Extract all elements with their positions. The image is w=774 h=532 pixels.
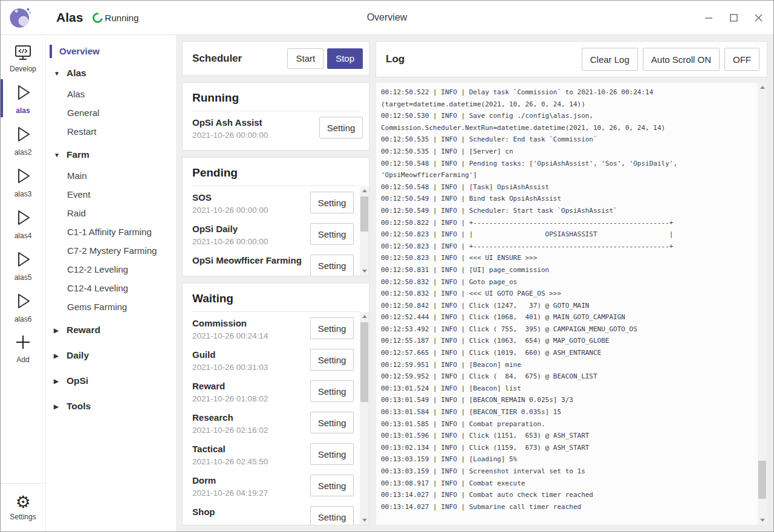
scrollbar-track[interactable] — [360, 321, 369, 516]
rail-item-alas4[interactable]: alas4 — [1, 203, 45, 244]
nav-item-gems-farming[interactable]: Gems Farming — [46, 297, 176, 316]
scrollbar-thumb[interactable] — [360, 196, 368, 232]
rail-item-label: Add — [16, 355, 29, 364]
alas-logo-icon — [8, 5, 32, 30]
log-line: 00:13:01.596 | INFO | Click (1151, 653) … — [381, 430, 753, 442]
task-time: 2021-10-26 00:00:00 — [192, 206, 305, 215]
pending-scrollbar[interactable] — [360, 186, 369, 276]
nav-item-raid[interactable]: Raid — [46, 204, 176, 222]
nav-item-label: Overview — [59, 46, 100, 56]
log-scrollbar[interactable] — [758, 83, 767, 525]
log-line: 00:12:50.823 | INFO | | OPSIASHASSIST | — [381, 229, 753, 241]
scrollbar-track[interactable] — [758, 92, 767, 516]
stop-button[interactable]: Stop — [327, 48, 363, 69]
rail-item-alas2[interactable]: alas2 — [1, 119, 45, 161]
running-list: OpSi Ash Assist2021-10-26 00:00:00Settin… — [183, 111, 369, 150]
clear-log-button[interactable]: Clear Log — [582, 48, 638, 71]
scroll-down-arrow-icon[interactable] — [360, 267, 369, 276]
nav-group-reward[interactable]: ▶Reward — [46, 319, 176, 342]
nav-group-daily[interactable]: ▶Daily — [46, 344, 176, 367]
task-setting-button[interactable]: Setting — [310, 380, 354, 402]
log-line: 00:12:59.951 | INFO | [Beacon] mine — [381, 359, 753, 371]
task-info: OpSi Ash Assist2021-10-26 00:00:00 — [192, 117, 314, 140]
app-window: Alas Running Overview — [0, 0, 774, 532]
log-line: 00:13:01.549 | INFO | [BEACON_REMAIN 0.0… — [381, 394, 753, 406]
log-line: (target=datetime.datetime(2021, 10, 26, … — [381, 99, 753, 111]
nav-item-general[interactable]: General — [46, 103, 176, 122]
task-setting-button[interactable]: Setting — [310, 255, 354, 276]
rail-item-alas5[interactable]: alas5 — [1, 244, 45, 286]
auto-scroll-on-button[interactable]: Auto Scroll ON — [643, 48, 720, 71]
start-button[interactable]: Start — [287, 48, 324, 69]
log-lines: 00:12:50.522 | INFO | Delay task `Commis… — [376, 83, 767, 515]
nav-item-alas[interactable]: Alas — [46, 85, 176, 103]
play-icon — [13, 166, 33, 189]
rail-item-label: alas5 — [15, 273, 32, 282]
scrollbar-thumb[interactable] — [758, 461, 766, 499]
nav-group-tools[interactable]: ▶Tools — [46, 395, 176, 418]
nav-group-opsi[interactable]: ▶OpSi — [46, 369, 176, 392]
rail-item-alas6[interactable]: alas6 — [1, 286, 45, 328]
scroll-down-arrow-icon[interactable] — [758, 516, 767, 525]
task-setting-button[interactable]: Setting — [310, 475, 354, 496]
waiting-panel: Waiting Commission2021-10-26 00:24:14Set… — [182, 283, 369, 525]
task-setting-button[interactable]: Setting — [310, 506, 354, 525]
nav-item-overview[interactable]: Overview — [46, 44, 176, 59]
scrollbar-track[interactable] — [360, 195, 369, 267]
scroll-up-arrow-icon[interactable] — [360, 186, 369, 195]
play-icon — [13, 207, 33, 230]
task-setting-button[interactable]: Setting — [319, 117, 363, 138]
task-setting-button[interactable]: Setting — [310, 412, 354, 433]
nav-item-c12-4-leveling[interactable]: C12-4 Leveling — [46, 279, 176, 297]
task-setting-button[interactable]: Setting — [310, 443, 354, 465]
task-setting-button[interactable]: Setting — [310, 349, 354, 371]
task-time: 2021-10-26 02:45:50 — [192, 457, 305, 466]
nav-item-restart[interactable]: Restart — [46, 122, 176, 141]
task-info: Research2021-10-26 02:16:02 — [192, 412, 305, 435]
nav-item-c7-2-mystery-farming[interactable]: C7-2 Mystery Farming — [46, 241, 176, 260]
triangle-right-icon: ▶ — [54, 352, 61, 359]
task-setting-button[interactable]: Setting — [310, 223, 354, 245]
nav-item-main[interactable]: Main — [46, 166, 176, 185]
task-info: Shop — [192, 506, 305, 520]
task-setting-button[interactable]: Setting — [310, 317, 354, 339]
log-line: 00:12:50.822 | INFO | +-----------------… — [381, 217, 753, 229]
waiting-scrollbar[interactable] — [360, 312, 369, 525]
nav-item-c12-2-leveling[interactable]: C12-2 Leveling — [46, 260, 176, 279]
rail-item-develop[interactable]: Develop — [1, 40, 45, 77]
triangle-right-icon: ▶ — [54, 327, 61, 334]
window-controls — [705, 14, 763, 22]
auto-scroll-off-button[interactable]: OFF — [724, 48, 759, 71]
log-header: Log Clear Log Auto Scroll ON OFF — [376, 41, 767, 77]
maximize-icon[interactable] — [730, 14, 738, 22]
rail-item-alas3[interactable]: alas3 — [1, 161, 45, 203]
running-title: Running — [192, 91, 359, 111]
log-line: 00:12:50.549 | INFO | Bind task OpsiAshA… — [381, 193, 753, 205]
task-info: Guild2021-10-26 00:31:03 — [192, 349, 305, 372]
task-name: Tactical — [192, 443, 305, 455]
add-instance-button[interactable]: Add — [1, 328, 45, 368]
log-line: 00:13:02.134 | INFO | Click (1159, 673) … — [381, 442, 753, 454]
log-line: 00:13:01.584 | INFO | [BEACON_TIER 0.035… — [381, 406, 753, 418]
scrollbar-thumb[interactable] — [360, 322, 368, 402]
task-info: Dorm2021-10-26 04:19:27 — [192, 475, 305, 498]
nav-group-farm[interactable]: ▼Farm — [46, 143, 176, 166]
log-line: 00:13:03.159 | INFO | Screenshot interva… — [381, 465, 753, 478]
spinner-icon — [91, 10, 105, 25]
nav-item-c1-1-affinity-farming[interactable]: C1-1 Affinity Farming — [46, 222, 176, 241]
nav-group-alas[interactable]: ▼Alas — [46, 62, 176, 85]
pending-list: SOS2021-10-26 00:00:00SettingOpSi Daily2… — [183, 186, 360, 276]
minimize-icon[interactable] — [705, 14, 713, 22]
task-name: OpSi Ash Assist — [192, 117, 314, 128]
scroll-down-arrow-icon[interactable] — [360, 516, 369, 525]
close-icon[interactable] — [755, 14, 763, 22]
nav-item-event[interactable]: Event — [46, 185, 176, 204]
settings-button[interactable]: ⚙ Settings — [1, 488, 45, 525]
scheduler-panel: Scheduler Start Stop — [182, 41, 369, 76]
task-setting-button[interactable]: Setting — [310, 192, 354, 213]
scroll-up-arrow-icon[interactable] — [758, 83, 767, 92]
nav-group-label: OpSi — [67, 375, 88, 386]
scroll-up-arrow-icon[interactable] — [360, 312, 369, 321]
rail-item-alas[interactable]: alas — [1, 77, 45, 119]
task-name: OpSi Daily — [192, 223, 305, 235]
